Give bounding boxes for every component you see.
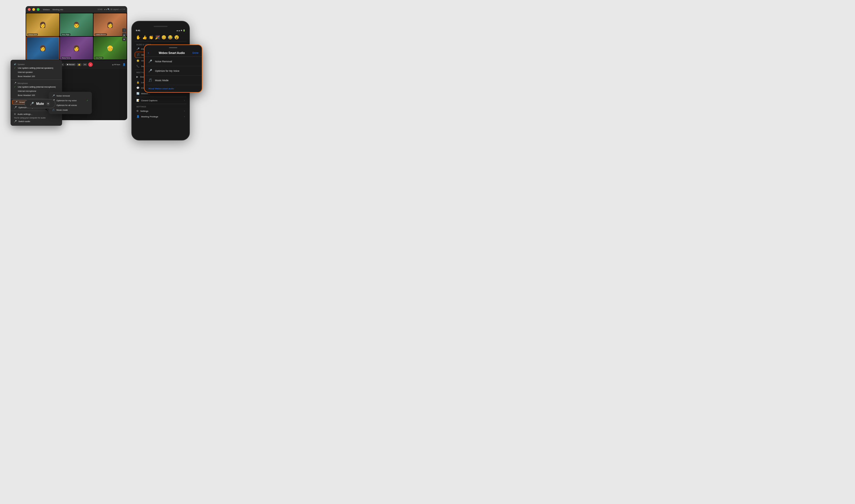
mute-chevron-icon[interactable]: ▾: [46, 102, 50, 106]
switch-icon: 📞: [136, 65, 139, 68]
emoji-wow[interactable]: 😮: [174, 35, 179, 39]
status-bar: 9:41 ▲▲ ❋ 🔋: [135, 29, 187, 32]
divider-1: [11, 79, 62, 80]
music-mode-panel-option[interactable]: 🎵 Music Mode: [144, 76, 202, 85]
more-button[interactable]: •••: [83, 63, 87, 66]
video-cell-3: 👩 Isabelle Brennan: [93, 13, 127, 36]
captions-icon: 📝: [136, 99, 139, 102]
privilege-icon: 👤: [136, 115, 139, 118]
settings-label: SETTINGS: [135, 105, 187, 108]
settings-item[interactable]: ⚙ Settings ›: [135, 108, 187, 114]
emoji-hand[interactable]: ✋: [136, 35, 141, 39]
video-grid: 👩 Clarissa Smith 👨 Henry Riggs 👩 Isabell…: [25, 13, 127, 60]
titlebar: Webex Meeting info 12:40 ● ● 🔍 ⊞ Layout …: [25, 6, 127, 13]
participant-name-5: Marise Torres: [61, 57, 71, 59]
scroll-down-button[interactable]: ▲: [122, 33, 126, 37]
participant-name-2: Henry Riggs: [61, 33, 70, 36]
computer-audio-note: You're using your computer for audio: [11, 116, 62, 119]
participant-name-1: Clarissa Smith: [27, 33, 38, 36]
participants-button[interactable]: 👤: [122, 63, 125, 66]
speaker-internal[interactable]: Internal speaker: [11, 70, 62, 74]
gear-icon: ⚙: [136, 110, 139, 112]
close-dot[interactable]: [28, 8, 31, 11]
smart-audio-icon: 🎵: [137, 53, 140, 56]
divider-mobile-2: [135, 97, 187, 97]
emoji-smile[interactable]: 😊: [161, 35, 166, 39]
emoji-laugh[interactable]: 😂: [168, 35, 173, 39]
panel-handle: [169, 47, 177, 48]
emoji-button[interactable]: 😊: [77, 63, 82, 66]
app-title: Webex: [43, 8, 50, 11]
status-icons: ▲▲ ❋ 🔋: [176, 30, 185, 32]
video-cell-1: 👩 Clarissa Smith: [26, 13, 59, 36]
video-cell-4: 👩: [26, 37, 59, 59]
apps-area[interactable]: ⊞ 86 Apps: [112, 64, 120, 66]
video-cell-5: 👩 Marise Torres: [60, 37, 93, 59]
optimize-voice-panel-option[interactable]: 🎤 Optimize for My Voice: [144, 66, 202, 76]
speaker-bose[interactable]: Bose Headset 100: [11, 74, 62, 78]
music-mode-icon: 🎵: [149, 78, 152, 82]
window-controls: 12:40 ● ● 🔍 ⊞ Layout — □ ✕: [98, 8, 125, 11]
optimize-voice-icon: 🎤: [149, 69, 152, 73]
noise-removal-option[interactable]: 🎤 Noise removal: [49, 93, 92, 98]
music-mode-option[interactable]: 🎵 Music mode: [49, 108, 92, 112]
participant-name-3: Isabelle Brennan: [94, 33, 107, 36]
webex-icon: 🔄: [136, 92, 139, 95]
panel-done-button[interactable]: Done: [192, 52, 198, 54]
microphone-system-setting[interactable]: ✓ Use system setting (internal microphon…: [11, 85, 62, 89]
meeting-info-label[interactable]: Meeting info: [53, 8, 63, 11]
mute-large-button[interactable]: 🎤 Mute ▾: [24, 99, 55, 108]
phone-notch: [154, 26, 168, 27]
mouse-cursor: ↖: [45, 108, 49, 112]
video-cell-6: 👴 Umar Patel: [93, 37, 127, 59]
smart-audio-panel: ‹ Webex Smart Audio Done 🎤 Noise Removal…: [144, 44, 202, 93]
emoji-clap[interactable]: 👏: [149, 35, 153, 39]
speaker-section-label: 🔊 Speaker: [11, 62, 62, 66]
maximize-dot[interactable]: [37, 8, 39, 11]
chat-icon: 💬: [136, 87, 139, 89]
noise-removal-panel-option[interactable]: 🎤 Noise Removal: [144, 57, 202, 66]
record-icon: ▶: [136, 75, 138, 78]
mute-icon: 🎤: [30, 102, 34, 106]
scroll-more-button[interactable]: ▼: [122, 37, 126, 41]
about-smart-audio-link[interactable]: About Webex smart audio: [144, 85, 202, 92]
emoji-thumbs-up[interactable]: 👍: [142, 35, 147, 39]
virtual-icon: 🌟: [136, 59, 139, 62]
microphone-section-label: 🎤 Microphone: [11, 81, 62, 85]
scroll-controls: ⋮ ▲ ▼: [122, 29, 126, 41]
minimize-dot[interactable]: [32, 8, 35, 11]
video-cell-2: 👨 Henry Riggs: [60, 13, 93, 36]
meeting-privilege-item[interactable]: 👤 Meeting Privilege ›: [135, 114, 187, 119]
record-button[interactable]: ⏺ Record: [65, 63, 76, 66]
panel-back-button[interactable]: ‹: [148, 51, 149, 55]
divider-mobile-3: [135, 104, 187, 104]
participant-name-6: Umar Patel: [94, 57, 103, 59]
end-call-button[interactable]: ✕: [88, 62, 93, 67]
emoji-row: ✋ 👍 👏 🎉 😊 😂 😮: [135, 33, 187, 41]
closed-captions-item[interactable]: 📝 Closed Captions ›: [135, 97, 187, 103]
switch-audio-option[interactable]: 🎤 Switch audio: [11, 119, 62, 124]
audio-icon: 🎤: [136, 48, 139, 50]
scroll-up-button[interactable]: ⋮: [122, 29, 126, 32]
noise-removal-icon: 🎤: [149, 59, 152, 63]
emoji-party[interactable]: 🎉: [155, 35, 160, 39]
panel-header: ‹ Webex Smart Audio Done: [144, 49, 202, 57]
speaker-system-setting[interactable]: ✓ Use system setting (internal speakers): [11, 66, 62, 70]
lock-icon: 🔒: [136, 81, 139, 84]
